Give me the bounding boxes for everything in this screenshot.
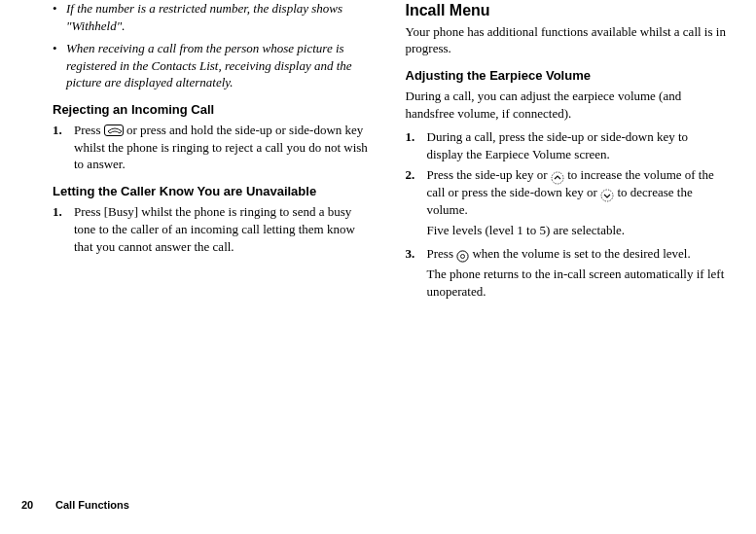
nav-up-icon (551, 171, 564, 185)
section-title-incall: Incall Menu (406, 0, 728, 21)
step-text: Press or press and hold the side-up or s… (74, 122, 375, 173)
end-call-key-icon (104, 125, 124, 136)
center-key-icon (456, 250, 469, 263)
note-bullet: • When receiving a call from the person … (53, 40, 375, 91)
step-text-part: Press (427, 246, 457, 261)
left-column: • If the number is a restricted number, … (53, 0, 375, 305)
bullet-dot: • (53, 0, 66, 34)
step-text: Press when the volume is set to the desi… (427, 245, 728, 263)
heading-letting-unavailable: Letting the Caller Know You are Unavaila… (53, 183, 375, 200)
step-number: 1. (53, 122, 74, 173)
heading-rejecting-call: Rejecting an Incoming Call (53, 101, 375, 119)
step-text: Press [Busy] whilst the phone is ringing… (74, 203, 375, 255)
step-item: 2. Press the side-up key or to increase … (406, 166, 728, 218)
section-intro: Your phone has additional functions avai… (406, 23, 728, 57)
adjusting-intro: During a call, you can adjust the earpie… (406, 88, 728, 122)
step-number: 3. (406, 245, 427, 263)
step-sub-note: Five levels (level 1 to 5) are selectabl… (427, 222, 728, 239)
svg-point-1 (601, 190, 613, 201)
step-number: 1. (53, 203, 74, 255)
svg-point-3 (461, 255, 465, 259)
right-column: Incall Menu Your phone has additional fu… (406, 0, 728, 305)
step-number: 1. (406, 128, 427, 162)
note-text: If the number is a restricted number, th… (66, 0, 375, 34)
page-footer: 20 Call Functions (21, 498, 129, 513)
svg-point-2 (457, 251, 468, 262)
step-sub-note: The phone returns to the in-call screen … (427, 266, 728, 300)
step-text-part: Press the side-up key or (427, 167, 551, 182)
bullet-dot: • (53, 40, 66, 91)
svg-point-0 (552, 172, 563, 184)
footer-section-name: Call Functions (55, 499, 129, 511)
note-text: When receiving a call from the person wh… (66, 40, 375, 91)
heading-adjusting-volume: Adjusting the Earpiece Volume (406, 67, 728, 85)
step-text-part: Press (74, 123, 104, 137)
step-number: 2. (406, 166, 427, 218)
step-item: 1. Press [Busy] whilst the phone is ring… (53, 203, 375, 255)
page-number: 20 (21, 498, 53, 513)
note-bullet: • If the number is a restricted number, … (53, 0, 375, 34)
step-item: 1. During a call, press the side-up or s… (406, 128, 728, 162)
step-item: 1. Press or press and hold the side-up o… (53, 122, 375, 173)
step-text: During a call, press the side-up or side… (427, 128, 728, 162)
step-item: 3. Press when the volume is set to the d… (406, 245, 728, 263)
step-text: Press the side-up key or to increase the… (427, 166, 728, 218)
step-text-part: when the volume is set to the desired le… (469, 246, 690, 261)
nav-down-icon (600, 189, 614, 202)
